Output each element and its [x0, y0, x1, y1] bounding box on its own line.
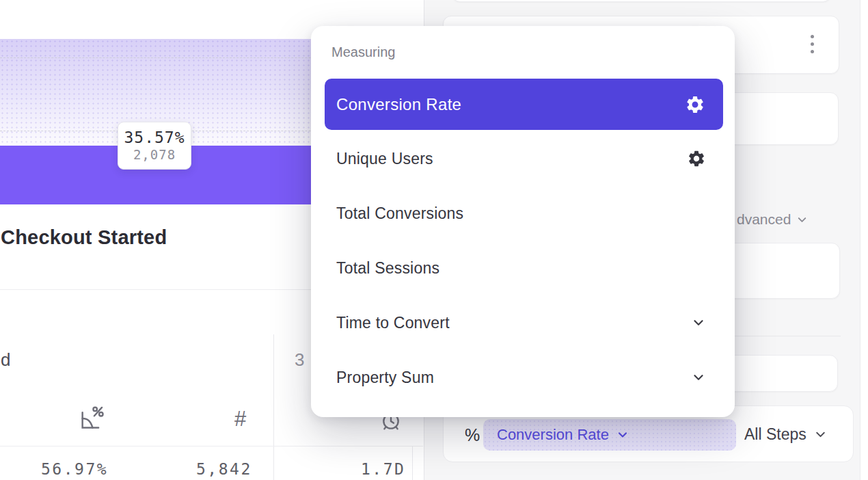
steps-selector-label: All Steps	[744, 425, 806, 444]
app-screen: 35.57% 2,078 Checkout Started d 3 #	[0, 0, 868, 480]
menu-item-label: Time to Convert	[336, 314, 450, 332]
table-step-header-left-fragment: d	[1, 349, 10, 371]
conversion-rate-value: 56.97%	[41, 460, 108, 478]
count-column-icon[interactable]: #	[234, 407, 246, 431]
chevron-down-icon	[616, 428, 629, 442]
measuring-dropdown: Measuring Conversion Rate Unique Users T…	[311, 26, 735, 417]
menu-item-label: Property Sum	[336, 369, 434, 387]
metric-chip[interactable]: Conversion Rate	[483, 419, 736, 451]
metric-chip-label: Conversion Rate	[497, 426, 609, 444]
chart-tooltip: 35.57% 2,078	[118, 122, 191, 170]
menu-item-property-sum[interactable]: Property Sum	[311, 357, 735, 398]
gear-icon[interactable]	[687, 149, 706, 168]
advanced-toggle[interactable]: dvanced	[737, 211, 809, 228]
chevron-down-icon	[691, 370, 706, 385]
kebab-menu-icon[interactable]	[808, 32, 817, 56]
table-row-divider	[0, 446, 423, 446]
chevron-down-icon	[796, 213, 809, 226]
menu-item-label: Conversion Rate	[336, 95, 461, 114]
menu-item-label: Unique Users	[336, 150, 433, 168]
tooltip-count-value: 2,078	[118, 146, 191, 163]
chevron-down-icon	[813, 427, 828, 442]
steps-selector[interactable]: All Steps	[744, 425, 828, 444]
menu-item-label: Total Sessions	[336, 259, 439, 278]
advanced-label: dvanced	[737, 211, 791, 228]
menu-item-conversion-rate[interactable]: Conversion Rate	[325, 79, 723, 130]
avg-time-value: 1.7D	[361, 460, 405, 478]
conversion-rate-column-icon[interactable]	[77, 405, 105, 435]
table-step-header-right-fragment: 3	[295, 349, 304, 371]
query-card-top	[452, 0, 831, 2]
tooltip-rate-value: 35.57%	[118, 129, 191, 146]
menu-item-total-sessions[interactable]: Total Sessions	[311, 248, 735, 289]
menu-item-unique-users[interactable]: Unique Users	[311, 138, 735, 179]
menu-item-time-to-convert[interactable]: Time to Convert	[311, 302, 735, 343]
table-column-divider	[273, 334, 274, 480]
dropdown-header: Measuring	[331, 44, 395, 60]
menu-item-label: Total Conversions	[336, 204, 463, 223]
metric-type-symbol: %	[465, 425, 480, 445]
count-value: 5,842	[196, 460, 252, 478]
panel-right-gutter	[860, 0, 868, 480]
gear-icon[interactable]	[685, 94, 705, 115]
funnel-step-label: Checkout Started	[1, 226, 167, 249]
table-subcolumn-divider	[412, 446, 413, 480]
menu-item-total-conversions[interactable]: Total Conversions	[311, 193, 735, 234]
chevron-down-icon	[691, 315, 706, 330]
